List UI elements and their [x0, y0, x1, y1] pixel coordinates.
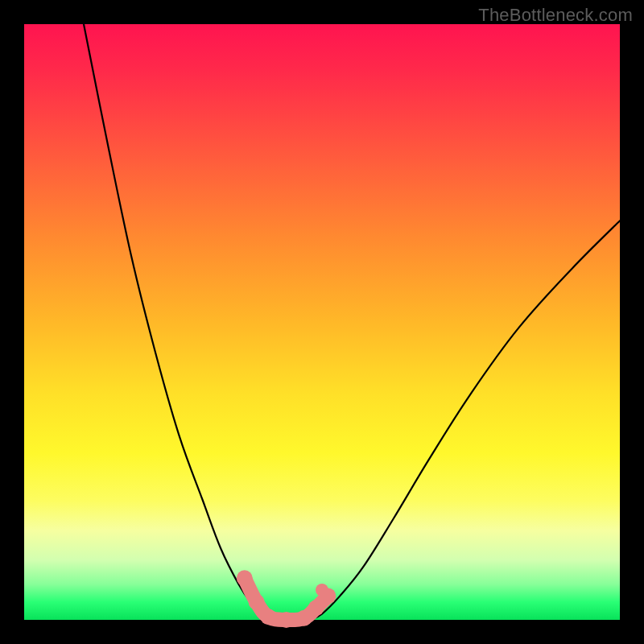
- chart-svg: [24, 24, 620, 620]
- optimal-range-bead: [260, 609, 276, 625]
- optimal-range-bead: [249, 594, 265, 610]
- optimal-range-bead: [308, 600, 324, 616]
- optimal-range-bead-isolated: [316, 584, 328, 597]
- optimal-range-marker: [237, 570, 336, 628]
- chart-plot-area: [24, 24, 620, 620]
- left-bottleneck-curve: [84, 24, 268, 620]
- watermark-text: TheBottleneck.com: [478, 5, 633, 26]
- right-bottleneck-curve: [310, 221, 620, 620]
- optimal-range-bead: [279, 612, 295, 628]
- optimal-range-bead: [237, 570, 253, 586]
